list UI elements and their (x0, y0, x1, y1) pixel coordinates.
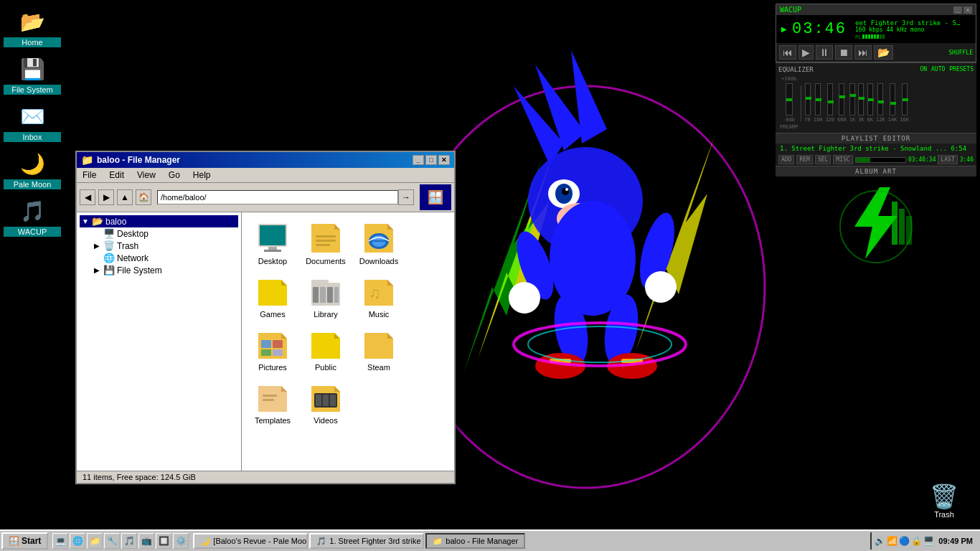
ql-icon-4[interactable]: 🎵 (121, 533, 137, 549)
taskbar-window-wacup[interactable]: 🎵 1. Street Fighter 3rd strike - Sno (309, 533, 424, 549)
file-item-desktop[interactable]: Desktop (248, 218, 298, 268)
eq-slider-9[interactable] (902, 83, 908, 116)
wacup-icon: 🎵 (18, 197, 47, 225)
wacup-time: 03:46 (789, 19, 849, 39)
window-controls: _ □ ✕ (413, 155, 450, 165)
tree-item-label: Desktop (117, 229, 149, 239)
eq-auto-button[interactable]: AUTO (931, 66, 945, 73)
prev-button[interactable]: ⏮ (779, 45, 796, 60)
home-button[interactable]: 🏠 (136, 189, 151, 205)
file-manager-window: 📁 baloo - File Manager _ □ ✕ File Edit V… (75, 151, 456, 484)
close-button[interactable]: ✕ (438, 155, 450, 165)
eq-slider-5[interactable] (858, 83, 864, 116)
eq-slider-6[interactable] (867, 83, 873, 116)
file-item-steam[interactable]: Steam (354, 324, 404, 375)
file-label: Games (260, 310, 285, 319)
tree-item-trash[interactable]: ▶ 🗑️ Trash (91, 240, 238, 252)
maximize-button[interactable]: □ (425, 155, 437, 165)
eq-presets-button[interactable]: PRESETS (949, 66, 974, 73)
ql-icon-1[interactable]: 🌐 (70, 533, 85, 549)
minimize-button[interactable]: _ (413, 155, 424, 165)
ql-icon-6[interactable]: 🔲 (156, 533, 171, 549)
stop-button[interactable]: ⏹ (835, 45, 852, 60)
file-item-documents[interactable]: Documents (301, 218, 351, 268)
tray-icon-0[interactable]: 🔊 (875, 536, 885, 546)
eq-on-button[interactable]: ON (920, 66, 927, 73)
eq-slider-1[interactable] (815, 83, 821, 116)
svg-rect-58 (273, 349, 283, 356)
eq-slider-3[interactable] (839, 83, 844, 116)
wacup-time-display: ▶ 03:46 (778, 17, 852, 41)
file-item-pictures[interactable]: Pictures (248, 324, 298, 375)
desktop-icon-list: 📂 Home 💾 File System ✉️ Inbox 🌙 Pale Moo… (0, 0, 65, 244)
menu-go[interactable]: Go (166, 169, 183, 181)
eq-slider-0[interactable] (805, 83, 811, 116)
playlist-progress[interactable] (855, 157, 906, 163)
back-button[interactable]: ◀ (80, 189, 95, 205)
menu-file[interactable]: File (80, 169, 99, 181)
pl-misc-button[interactable]: MISC (833, 155, 852, 164)
palemoon-tb-icon: 🌙 (200, 537, 210, 546)
tray-icon-4[interactable]: 🖥️ (923, 536, 934, 546)
up-button[interactable]: ▲ (117, 189, 133, 205)
menu-help[interactable]: Help (190, 169, 214, 181)
pl-rem-button[interactable]: REM (796, 155, 812, 164)
trash-icon-img: 🗑️ (930, 483, 958, 510)
tray-icon-2[interactable]: 🔵 (899, 536, 910, 546)
file-manager-menubar: File Edit View Go Help (77, 168, 454, 183)
tree-item-network[interactable]: 🌐 Network (91, 252, 238, 264)
quick-launch: 💻 🌐 📁 🔧 🎵 📺 🔲 ⚙️ (52, 533, 189, 549)
eq-slider-8[interactable] (890, 83, 895, 116)
file-item-library[interactable]: Library (301, 271, 351, 321)
go-button[interactable]: → (398, 189, 414, 205)
menu-edit[interactable]: Edit (106, 169, 127, 181)
wacup-minimize[interactable]: _ (953, 6, 962, 14)
pl-add-button[interactable]: ADD (778, 155, 794, 164)
pause-button[interactable]: ⏸ (816, 45, 833, 60)
desktop-icon-wacup[interactable]: 🎵 WACUP (4, 197, 61, 237)
file-item-downloads[interactable]: Downloads (354, 218, 404, 268)
trash-desktop-icon[interactable]: 🗑️ Trash (930, 483, 958, 519)
pl-sel-button[interactable]: SEL (815, 155, 831, 164)
forward-button[interactable]: ▶ (98, 189, 114, 205)
ql-icon-3[interactable]: 🔧 (104, 533, 120, 549)
eq-preamp-slider[interactable] (786, 83, 793, 116)
file-item-videos[interactable]: Videos (301, 377, 351, 428)
desktop: 📂 Home 💾 File System ✉️ Inbox 🌙 Pale Moo… (0, 0, 980, 551)
desktop-icon-palemoon[interactable]: 🌙 Pale Moon (4, 149, 61, 189)
file-item-templates[interactable]: Templates (248, 377, 298, 428)
menu-view[interactable]: View (134, 169, 159, 181)
next-button[interactable]: ⏭ (854, 45, 872, 60)
file-manager-tree[interactable]: ▼ 📂 baloo 🖥️ Desktop ▶ 🗑️ Trash (77, 212, 242, 471)
file-item-games[interactable]: Games (248, 271, 298, 321)
tray-icon-1[interactable]: 📶 (887, 536, 897, 546)
eq-slider-2[interactable] (827, 83, 833, 116)
svg-point-10 (562, 188, 569, 195)
desktop-icon-filesystem[interactable]: 💾 File System (4, 55, 61, 95)
ql-icon-2[interactable]: 📁 (87, 533, 103, 549)
desktop-icon-inbox[interactable]: ✉️ Inbox (4, 102, 61, 142)
eq-slider-7[interactable] (877, 83, 883, 116)
pl-last-button[interactable]: LAST (938, 155, 957, 164)
ql-icon-7[interactable]: ⚙️ (173, 533, 189, 549)
file-item-music[interactable]: ♫ Music (354, 271, 404, 321)
file-icon-library (308, 274, 343, 309)
desktop-icon-home[interactable]: 📂 Home (4, 7, 61, 47)
open-button[interactable]: 📂 (874, 45, 893, 60)
tree-item-filesystem[interactable]: ▶ 💾 File System (91, 264, 238, 276)
playlist-item[interactable]: 1. Street Fighter 3rd strike - Snowland … (776, 143, 976, 154)
eq-slider-4[interactable] (849, 83, 855, 116)
svg-point-18 (645, 271, 677, 303)
tray-icon-3[interactable]: 🔒 (911, 536, 922, 546)
taskbar-window-palemoon[interactable]: 🌙 [Baloo's Revue - Pale Moon] (193, 533, 308, 549)
address-input[interactable] (157, 190, 398, 204)
taskbar-window-filemanager[interactable]: 📁 baloo - File Manager (425, 533, 525, 549)
ql-icon-5[interactable]: 📺 (138, 533, 154, 549)
wacup-close[interactable]: ✕ (963, 6, 972, 14)
tree-item-desktop[interactable]: 🖥️ Desktop (91, 227, 238, 240)
start-button[interactable]: 🪟 Start (1, 532, 48, 550)
ql-icon-0[interactable]: 💻 (52, 533, 68, 549)
file-item-public[interactable]: Public (301, 324, 351, 375)
play-button[interactable]: ▶ (798, 45, 814, 60)
tree-item-baloo[interactable]: ▼ 📂 baloo (80, 215, 238, 227)
